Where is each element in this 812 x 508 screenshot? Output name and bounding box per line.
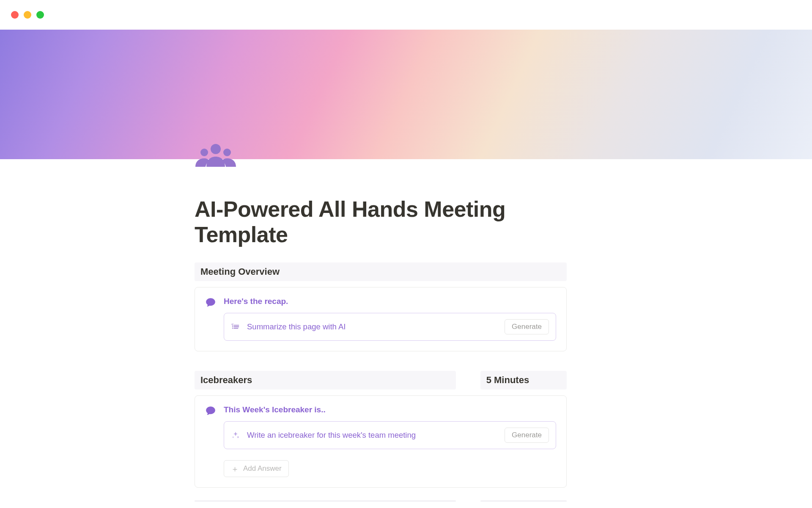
summarize-icon <box>231 322 240 331</box>
page-icon-people[interactable] <box>195 143 237 174</box>
add-answer-button[interactable]: ＋ Add Answer <box>224 460 289 477</box>
section-header-placeholder[interactable] <box>480 500 567 502</box>
section-row-placeholder <box>195 500 567 502</box>
generate-button[interactable]: Generate <box>505 319 549 334</box>
callout-title-icebreakers[interactable]: This Week's Icebreaker is.. <box>224 405 556 414</box>
add-answer-label: Add Answer <box>243 464 282 473</box>
generate-button[interactable]: Generate <box>505 428 549 443</box>
callout-icebreakers[interactable]: This Week's Icebreaker is.. Write an ice… <box>195 395 567 488</box>
section-header-icebreakers-duration[interactable]: 5 Minutes <box>480 371 567 389</box>
svg-point-2 <box>223 149 231 156</box>
svg-point-1 <box>200 149 208 156</box>
section-header-icebreakers[interactable]: Icebreakers <box>195 371 456 389</box>
callout-title-overview[interactable]: Here's the recap. <box>224 297 556 306</box>
ai-block-icebreaker[interactable]: Write an icebreaker for this week's team… <box>224 421 556 449</box>
page-cover[interactable] <box>0 30 812 159</box>
section-header-placeholder[interactable] <box>195 500 456 502</box>
ai-prompt-text: Write an icebreaker for this week's team… <box>247 431 498 440</box>
callout-overview[interactable]: Here's the recap. Summarize this page wi… <box>195 287 567 351</box>
speech-bubble-icon <box>205 297 216 341</box>
window-minimize-button[interactable] <box>24 11 31 19</box>
sparkle-icon <box>231 431 240 439</box>
page-content: AI-Powered All Hands Meeting Template Me… <box>195 159 567 502</box>
ai-prompt-text: Summarize this page with AI <box>247 322 498 331</box>
window-zoom-button[interactable] <box>36 11 44 19</box>
window-titlebar <box>0 0 812 30</box>
plus-icon: ＋ <box>231 465 239 473</box>
window-close-button[interactable] <box>11 11 19 19</box>
speech-bubble-icon <box>205 405 216 477</box>
section-header-overview[interactable]: Meeting Overview <box>195 262 567 281</box>
ai-block-summarize[interactable]: Summarize this page with AI Generate <box>224 313 556 341</box>
svg-point-0 <box>211 144 221 154</box>
page-title[interactable]: AI-Powered All Hands Meeting Template <box>195 196 567 247</box>
